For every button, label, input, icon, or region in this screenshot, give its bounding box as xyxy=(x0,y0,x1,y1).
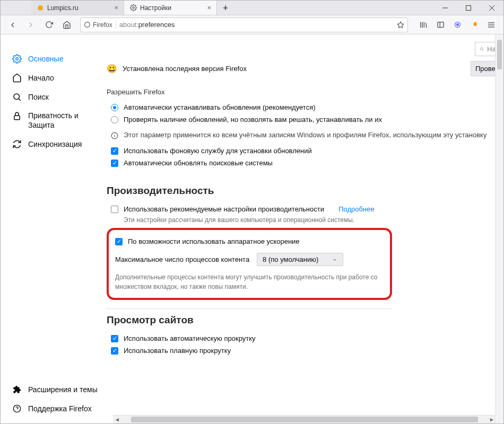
chevron-down-icon xyxy=(332,257,337,262)
scrollbar-thumb[interactable] xyxy=(497,40,502,69)
settings-sidebar: Основные Начало Поиск Приватность и Защи… xyxy=(1,34,107,423)
settings-main: Най 😀 Установлена последняя версия Firef… xyxy=(107,34,503,423)
checkbox-auto-scroll[interactable]: Использовать автоматическую прокрутку xyxy=(107,332,503,344)
sidebar-item-extensions[interactable]: Расширения и темы xyxy=(1,380,107,399)
close-window-button[interactable] xyxy=(480,1,503,15)
recommended-desc: Эти настройки рассчитаны для вашего комп… xyxy=(107,215,503,225)
svg-rect-12 xyxy=(437,22,443,28)
checkbox-label: Использовать автоматическую прокрутку xyxy=(124,334,256,342)
checkbox-use-recommended[interactable]: Использовать рекомендуемые настройки про… xyxy=(107,203,503,215)
svg-marker-7 xyxy=(397,22,404,28)
scrollbar-thumb[interactable] xyxy=(131,417,478,422)
checkbox-icon xyxy=(111,147,118,155)
vertical-scrollbar[interactable] xyxy=(495,34,503,423)
identity-label: Firefox xyxy=(93,21,112,29)
checkbox-label: Использовать рекомендуемые настройки про… xyxy=(124,205,324,213)
close-icon[interactable]: × xyxy=(114,4,118,12)
sync-icon xyxy=(12,139,22,149)
tab-title: Настройки xyxy=(140,4,204,12)
performance-highlight: По возможности использовать аппаратное у… xyxy=(107,228,392,300)
lock-icon xyxy=(12,111,22,121)
radio-check-updates[interactable]: Проверять наличие обновлений, но позволя… xyxy=(107,113,503,126)
checkbox-icon xyxy=(111,347,118,355)
gear-icon xyxy=(129,4,137,12)
performance-heading: Производительность xyxy=(107,185,503,197)
learn-more-link[interactable]: Подробнее xyxy=(338,205,374,213)
horizontal-scrollbar[interactable]: ◄ ► xyxy=(113,415,496,423)
browsing-heading: Просмотр сайтов xyxy=(107,314,503,326)
home-icon xyxy=(12,73,22,83)
scroll-left-icon[interactable]: ◄ xyxy=(113,416,121,423)
sidebar-item-general[interactable]: Основные xyxy=(1,49,107,68)
gear-icon xyxy=(12,54,22,64)
tab-settings[interactable]: Настройки × xyxy=(124,1,217,15)
puzzle-icon xyxy=(12,385,22,394)
maximize-button[interactable] xyxy=(457,1,480,15)
forward-button[interactable] xyxy=(23,17,39,32)
close-icon[interactable]: × xyxy=(207,4,211,12)
fire-icon[interactable] xyxy=(466,17,482,32)
processes-desc: Дополнительные процессы контента могут у… xyxy=(115,272,384,292)
svg-line-21 xyxy=(19,99,20,100)
sidebar-label: Основные xyxy=(28,55,63,63)
menu-icon[interactable] xyxy=(483,17,499,32)
checkbox-bg-service[interactable]: Использовать фоновую службу для установк… xyxy=(107,145,503,157)
content-processes-select[interactable]: 8 (по умолчанию) xyxy=(257,253,343,266)
search-icon xyxy=(12,92,22,102)
help-icon xyxy=(12,404,22,413)
tab-title: Lumpics.ru xyxy=(47,4,111,12)
svg-point-0 xyxy=(38,5,43,11)
protection-icon[interactable] xyxy=(449,17,465,32)
processes-label: Максимальное число процессов контента xyxy=(115,255,249,263)
back-button[interactable] xyxy=(5,17,21,32)
sidebar-item-sync[interactable]: Синхронизация xyxy=(1,135,107,154)
checkbox-label: По возможности использовать аппаратное у… xyxy=(128,237,300,245)
checkbox-smooth-scroll[interactable]: Использовать плавную прокрутку xyxy=(107,344,503,357)
svg-rect-22 xyxy=(14,116,20,120)
identity-box[interactable]: Firefox xyxy=(84,21,112,29)
checkbox-icon xyxy=(111,206,118,213)
minimize-button[interactable] xyxy=(433,1,457,15)
checkbox-icon xyxy=(115,238,123,245)
checkbox-auto-search[interactable]: Автоматически обновлять поисковые систем… xyxy=(107,157,503,169)
new-tab-button[interactable]: + xyxy=(217,1,234,15)
sidebar-item-privacy[interactable]: Приватность и Защита xyxy=(1,107,107,135)
svg-point-25 xyxy=(480,48,483,50)
sidebar-item-search[interactable]: Поиск xyxy=(1,87,107,107)
checkbox-label: Использовать плавную прокрутку xyxy=(124,347,231,355)
toolbar: Firefox about:preferences xyxy=(1,15,503,34)
sidebar-label: Поиск xyxy=(28,93,49,101)
update-status-text: Установлена последняя версия Firefox xyxy=(123,65,465,73)
radio-label: Проверять наличие обновлений, но позволя… xyxy=(124,116,382,123)
sidebar-icon[interactable] xyxy=(432,17,448,32)
info-icon xyxy=(111,132,118,139)
svg-point-6 xyxy=(85,22,90,28)
sidebar-label: Приватность и Защита xyxy=(28,111,101,130)
sidebar-label: Расширения и темы xyxy=(28,385,98,394)
window-controls xyxy=(433,1,503,15)
svg-point-1 xyxy=(132,7,134,8)
allow-firefox-label: Разрешить Firefox xyxy=(107,88,503,96)
divider xyxy=(107,308,392,309)
sidebar-label: Синхронизация xyxy=(28,140,82,148)
tab-lumpics[interactable]: Lumpics.ru × xyxy=(31,1,124,15)
url-text: about:preferences xyxy=(119,21,394,29)
browser-window: Lumpics.ru × Настройки × + Firefox xyxy=(0,0,504,424)
sidebar-item-home[interactable]: Начало xyxy=(1,68,107,87)
sidebar-item-support[interactable]: Поддержка Firefox xyxy=(1,399,107,418)
library-icon[interactable] xyxy=(415,17,431,32)
svg-line-11 xyxy=(426,23,427,28)
radio-icon xyxy=(111,104,118,111)
reload-button[interactable] xyxy=(41,17,57,32)
sidebar-label: Начало xyxy=(28,74,54,82)
search-icon xyxy=(480,46,484,52)
bookmark-icon[interactable] xyxy=(397,21,404,29)
sidebar-label: Поддержка Firefox xyxy=(28,404,92,413)
home-button[interactable] xyxy=(59,17,75,32)
checkbox-hw-accel[interactable]: По возможности использовать аппаратное у… xyxy=(115,235,384,248)
radio-auto-install[interactable]: Автоматически устанавливать обновления (… xyxy=(107,101,503,113)
firefox-icon xyxy=(84,21,91,28)
url-bar[interactable]: Firefox about:preferences xyxy=(80,17,408,32)
checkbox-label: Использовать фоновую службу для установк… xyxy=(124,147,312,155)
titlebar: Lumpics.ru × Настройки × + xyxy=(1,1,503,15)
